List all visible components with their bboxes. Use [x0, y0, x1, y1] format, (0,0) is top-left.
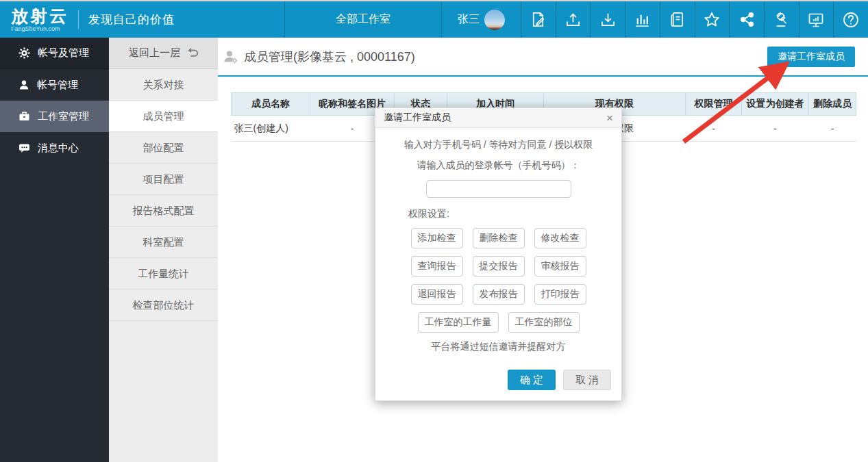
- perm-print-report[interactable]: 打印报告: [534, 284, 586, 305]
- perm-studio-parts[interactable]: 工作室的部位: [508, 312, 580, 333]
- sidebar-item-label: 帐号及管理: [38, 47, 89, 60]
- download-icon[interactable]: [590, 1, 625, 38]
- perm-submit-report[interactable]: 提交报告: [473, 256, 525, 277]
- avatar: [484, 10, 505, 30]
- dialog-title: 邀请工作室成员: [384, 112, 451, 124]
- logo-subtitle: FangSheYun.com: [11, 26, 69, 32]
- invite-member-button[interactable]: 邀请工作室成员: [767, 47, 855, 67]
- perm-return-report[interactable]: 退回报告: [411, 284, 463, 305]
- gavel-icon[interactable]: [764, 1, 799, 38]
- phone-input[interactable]: [426, 180, 571, 198]
- return-arrow-icon: [186, 48, 198, 58]
- gear-icon: [18, 47, 30, 59]
- sidebar-item-message-center[interactable]: 消息中心: [0, 132, 109, 164]
- star-icon[interactable]: [695, 1, 730, 38]
- close-icon[interactable]: ×: [606, 112, 613, 124]
- logo-title: 放射云: [11, 8, 69, 25]
- share-icon[interactable]: [729, 1, 764, 38]
- cancel-button[interactable]: 取 消: [563, 370, 611, 390]
- invite-member-dialog: 邀请工作室成员 × 输入对方手机号码 / 等待对方同意 / 授以权限 请输入成员…: [375, 107, 622, 401]
- dialog-header: 邀请工作室成员 ×: [375, 108, 621, 128]
- back-label: 返回上一层: [129, 47, 180, 60]
- sidebar-item-label: 消息中心: [38, 142, 79, 155]
- back-to-previous[interactable]: 返回上一层: [109, 38, 218, 69]
- cell-permission-management[interactable]: -: [686, 116, 742, 142]
- logo-divider: [78, 10, 79, 29]
- col-set-creator: 设置为创建者: [742, 93, 809, 116]
- top-bar: 放射云 FangSheYun.com 发现自己的价值 全部工作室 张三: [0, 1, 868, 38]
- page-title: 成员管理(影像基云 , 00001167): [244, 49, 415, 65]
- tagline: 发现自己的价值: [88, 12, 175, 27]
- sms-note: 平台将通过短信邀请并提醒对方: [375, 341, 621, 353]
- sidebar-item-account-management[interactable]: 帐号及管理: [0, 38, 109, 69]
- title-bar: 成员管理(影像基云 , 00001167) 邀请工作室成员: [218, 38, 868, 77]
- sidebar-item-studio-management[interactable]: 工作室管理: [0, 101, 109, 132]
- primary-sidebar: 帐号及管理 帐号管理 工作室管理 消息中心: [0, 38, 109, 462]
- user-menu[interactable]: 张三: [442, 1, 521, 38]
- bar-chart-icon[interactable]: [625, 1, 660, 38]
- nav-all-studios[interactable]: 全部工作室: [284, 1, 442, 38]
- permission-row: 添加检查 删除检查 修改检查: [375, 228, 621, 248]
- submenu-item-departments[interactable]: 科室配置: [109, 227, 218, 258]
- perm-delete-exam[interactable]: 删除检查: [473, 228, 525, 248]
- perm-modify-exam[interactable]: 修改检查: [534, 228, 586, 248]
- member-settings-icon: [223, 50, 238, 64]
- upload-icon[interactable]: [556, 1, 591, 38]
- sidebar-item-label: 帐号管理: [37, 79, 78, 92]
- col-permission-management: 权限管理: [686, 93, 742, 116]
- submenu-item-body-parts[interactable]: 部位配置: [109, 132, 218, 164]
- submenu-item-members[interactable]: 成员管理: [109, 101, 218, 132]
- sidebar-item-label: 工作室管理: [38, 110, 89, 123]
- help-icon[interactable]: [833, 1, 868, 38]
- permission-settings-label: 权限设置:: [408, 208, 621, 220]
- report-book-icon[interactable]: [660, 1, 695, 38]
- perm-publish-report[interactable]: 发布报告: [473, 284, 525, 305]
- permission-row: 工作室的工作量 工作室的部位: [375, 312, 621, 333]
- briefcase-icon: [18, 111, 30, 122]
- secondary-sidebar: 返回上一层 关系对接 成员管理 部位配置 项目配置 报告格式配置 科室配置 工作…: [109, 38, 218, 462]
- username: 张三: [458, 12, 480, 27]
- cell-delete-member[interactable]: -: [809, 116, 856, 142]
- submenu-item-projects[interactable]: 项目配置: [109, 164, 218, 195]
- dialog-footer: 确 定 取 消: [375, 353, 621, 400]
- perm-review-report[interactable]: 审核报告: [534, 256, 586, 277]
- perm-add-exam[interactable]: 添加检查: [411, 228, 463, 248]
- submenu-item-report-format[interactable]: 报告格式配置: [109, 195, 218, 227]
- perm-studio-workload[interactable]: 工作室的工作量: [418, 312, 499, 333]
- chat-bubble-icon: [18, 142, 30, 153]
- submenu-item-workload-stats[interactable]: 工作量统计: [109, 258, 218, 290]
- confirm-button[interactable]: 确 定: [508, 370, 556, 390]
- submenu-item-exam-part-stats[interactable]: 检查部位统计: [109, 290, 218, 321]
- dialog-body: 输入对方手机号码 / 等待对方同意 / 授以权限 请输入成员的登录帐号（手机号码…: [375, 139, 621, 400]
- submenu-item-relations[interactable]: 关系对接: [109, 69, 218, 101]
- sidebar-item-accounts[interactable]: 帐号管理: [0, 69, 109, 101]
- permission-row: 查询报告 提交报告 审核报告: [375, 256, 621, 277]
- compose-icon[interactable]: [521, 1, 556, 38]
- cell-set-creator[interactable]: -: [742, 116, 809, 142]
- cell-member-name: 张三(创建人): [232, 116, 310, 142]
- user-icon: [18, 79, 29, 90]
- phone-input-label: 请输入成员的登录帐号（手机号码）：: [375, 159, 621, 172]
- col-delete-member: 删除成员: [809, 93, 856, 116]
- logo: 放射云 FangSheYun.com 发现自己的价值: [0, 1, 284, 38]
- remote-monitor-icon[interactable]: [799, 1, 834, 38]
- dialog-instruction: 输入对方手机号码 / 等待对方同意 / 授以权限: [375, 139, 621, 151]
- permission-row: 退回报告 发布报告 打印报告: [375, 284, 621, 305]
- perm-query-report[interactable]: 查询报告: [411, 256, 463, 277]
- col-member-name: 成员名称: [232, 93, 310, 116]
